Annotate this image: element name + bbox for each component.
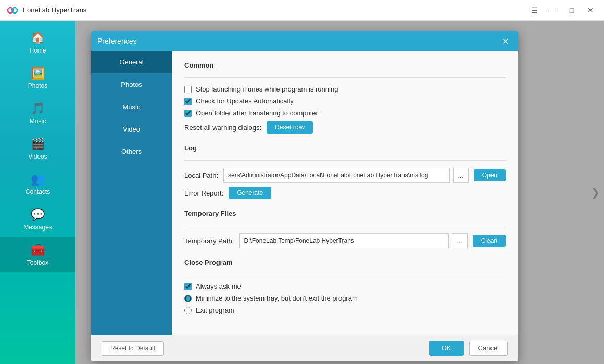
photos-icon: 🖼️: [31, 67, 45, 80]
temp-path-label: Temporary Path:: [184, 237, 234, 245]
temp-files-title: Temporary Files: [184, 210, 506, 219]
common-divider: [184, 77, 506, 78]
minimize-row: Minimize to the system tray, but don't e…: [184, 294, 506, 302]
error-report-label: Error Report:: [184, 189, 223, 197]
sidebar: 🏠 Home 🖼️ Photos 🎵 Music 🎬 Videos 👥 Cont…: [0, 21, 76, 364]
close-program-section: Close Program Always ask me Minimize to …: [184, 258, 506, 314]
log-section: Log Local Path: ... Open: [184, 144, 506, 199]
minimize-button[interactable]: —: [546, 3, 560, 18]
sidebar-label-photos: Photos: [28, 82, 47, 89]
music-icon: 🎵: [31, 102, 45, 115]
sidebar-item-home[interactable]: 🏠 Home: [0, 25, 76, 60]
always-ask-label: Always ask me: [196, 282, 241, 290]
sidebar-item-toolbox[interactable]: 🧰 Toolbox: [0, 237, 76, 272]
contacts-icon: 👥: [31, 173, 45, 186]
close-program-divider: [184, 275, 506, 275]
sidebar-item-videos[interactable]: 🎬 Videos: [0, 131, 76, 166]
sidebar-item-messages[interactable]: 💬 Messages: [0, 202, 76, 237]
error-report-row: Error Report: Generate: [184, 187, 506, 199]
messages-icon: 💬: [31, 208, 45, 222]
local-path-input-group: ...: [223, 168, 469, 183]
home-icon: 🏠: [31, 31, 45, 45]
sidebar-item-music[interactable]: 🎵 Music: [0, 96, 76, 131]
sidebar-label-videos: Videos: [28, 153, 47, 160]
open-folder-label: Open folder after transfering to compute…: [196, 109, 318, 117]
dialog-title: Preferences: [97, 37, 136, 45]
dialog-titlebar: Preferences ✕: [91, 31, 518, 51]
dialog-body: General Photos Music Video Others Common: [91, 51, 518, 335]
check-updates-checkbox[interactable]: [184, 98, 192, 105]
preferences-dialog: Preferences ✕ General Photos Music Video…: [91, 31, 518, 361]
dialog-footer: Reset to Default OK Cancel: [91, 335, 518, 361]
dialog-main: Common Stop launching iTunes while progr…: [172, 51, 518, 335]
check-updates-label: Check for Updates Automatically: [196, 97, 294, 105]
sidebar-label-home: Home: [29, 47, 46, 54]
reset-to-default-button[interactable]: Reset to Default: [102, 341, 164, 356]
app-logo-icon: [6, 4, 19, 17]
modal-overlay: Preferences ✕ General Photos Music Video…: [76, 21, 604, 364]
sidebar-label-toolbox: Toolbox: [27, 259, 48, 266]
dialog-nav-photos[interactable]: Photos: [91, 73, 172, 96]
temp-files-divider: [184, 226, 506, 226]
sidebar-item-photos[interactable]: 🖼️ Photos: [0, 60, 76, 96]
minimize-label: Minimize to the system tray, but don't e…: [196, 294, 358, 302]
main-content: WWW.WEIDOWN.COM WWW.WEIDOWN.COM WWW.WEID…: [76, 21, 604, 364]
exit-radio[interactable]: [184, 307, 192, 314]
sidebar-label-contacts: Contacts: [26, 188, 50, 196]
check-updates-row: Check for Updates Automatically: [184, 97, 506, 105]
dialog-close-button[interactable]: ✕: [499, 35, 512, 47]
close-button[interactable]: ✕: [583, 3, 598, 18]
close-program-title: Close Program: [184, 258, 506, 268]
minimize-radio[interactable]: [184, 295, 192, 302]
toolbox-icon: 🧰: [31, 243, 45, 257]
dialog-sidebar: General Photos Music Video Others: [91, 51, 172, 335]
clean-button[interactable]: Clean: [473, 235, 506, 247]
title-bar-left: FoneLab HyperTrans: [6, 4, 86, 17]
always-ask-row: Always ask me: [184, 282, 506, 290]
local-path-dots-button[interactable]: ...: [453, 168, 469, 183]
local-path-label: Local Path:: [184, 172, 218, 179]
temp-path-row: Temporary Path: ... Clean: [184, 233, 506, 248]
dialog-nav-music[interactable]: Music: [91, 96, 172, 118]
open-folder-checkbox[interactable]: [184, 110, 192, 117]
cancel-button[interactable]: Cancel: [469, 341, 508, 356]
stop-itunes-label: Stop launching iTunes while program is r…: [196, 85, 338, 93]
dialog-nav-video[interactable]: Video: [91, 118, 172, 140]
generate-button[interactable]: Generate: [229, 187, 271, 199]
app-title: FoneLab HyperTrans: [23, 6, 86, 14]
title-bar-controls: ☰ — □ ✕: [527, 3, 598, 18]
common-section: Common Stop launching iTunes while progr…: [184, 61, 506, 134]
ok-button[interactable]: OK: [429, 341, 464, 356]
videos-icon: 🎬: [31, 137, 45, 151]
footer-right: OK Cancel: [429, 341, 508, 356]
temp-path-dots-button[interactable]: ...: [452, 233, 468, 248]
dialog-nav-general[interactable]: General: [91, 51, 172, 73]
always-ask-checkbox[interactable]: [184, 283, 192, 290]
temp-path-input-group: ...: [239, 233, 467, 248]
log-title: Log: [184, 144, 506, 154]
reset-now-button[interactable]: Reset now: [267, 121, 313, 134]
common-title: Common: [184, 61, 506, 71]
reset-warning-row: Reset all warning dialogs: Reset now: [184, 121, 506, 134]
app-window: FoneLab HyperTrans ☰ — □ ✕ 🏠 Home 🖼️ Pho…: [0, 0, 604, 364]
temp-files-section: Temporary Files Temporary Path: ... Clea…: [184, 210, 506, 248]
log-divider: [184, 160, 506, 161]
stop-itunes-row: Stop launching iTunes while program is r…: [184, 85, 506, 93]
temp-path-input[interactable]: [239, 233, 448, 248]
maximize-button[interactable]: □: [564, 3, 579, 18]
local-path-row: Local Path: ... Open: [184, 168, 506, 183]
open-log-button[interactable]: Open: [474, 169, 506, 181]
menu-button[interactable]: ☰: [527, 3, 542, 18]
title-bar: FoneLab HyperTrans ☰ — □ ✕: [0, 0, 604, 21]
reset-warning-label: Reset all warning dialogs:: [184, 124, 261, 132]
sidebar-label-music: Music: [30, 118, 46, 125]
dialog-nav-others[interactable]: Others: [91, 140, 172, 163]
sidebar-label-messages: Messages: [23, 224, 52, 231]
app-body: 🏠 Home 🖼️ Photos 🎵 Music 🎬 Videos 👥 Cont…: [0, 21, 604, 364]
stop-itunes-checkbox[interactable]: [184, 86, 192, 93]
sidebar-item-contacts[interactable]: 👥 Contacts: [0, 166, 76, 202]
local-path-input[interactable]: [223, 168, 450, 183]
open-folder-row: Open folder after transfering to compute…: [184, 109, 506, 117]
exit-row: Exit program: [184, 306, 506, 314]
exit-label: Exit program: [196, 306, 234, 314]
